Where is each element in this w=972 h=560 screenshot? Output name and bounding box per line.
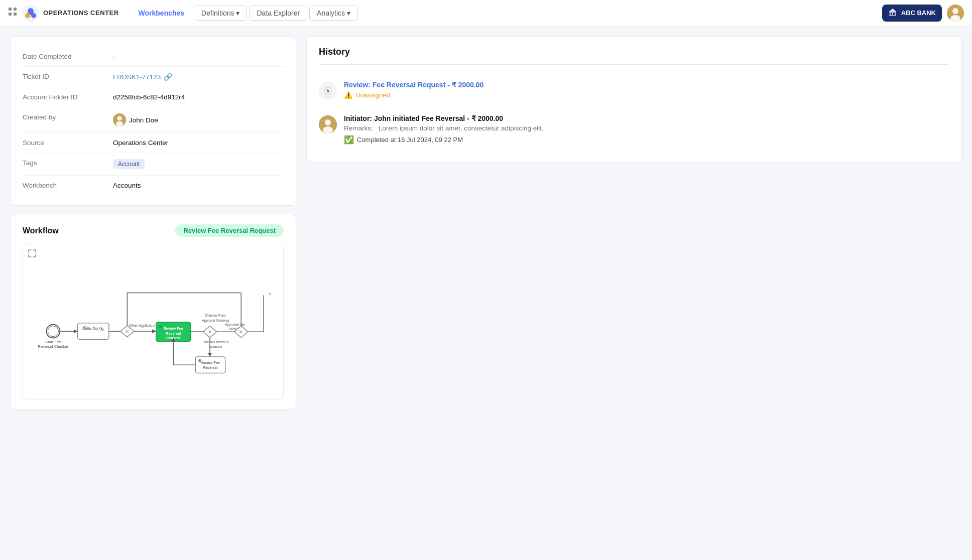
svg-point-19: [116, 121, 123, 126]
history-item-1-status: ⚠️ Unassigned: [344, 91, 949, 99]
label-tags: Tags: [23, 159, 113, 167]
svg-point-18: [117, 116, 122, 121]
left-panel: Date Completed - Ticket ID FRDSK1-77123 …: [10, 36, 296, 550]
svg-rect-9: [890, 13, 891, 15]
workflow-header: Workflow Review Fee Reversal Request: [23, 224, 284, 237]
svg-point-15: [952, 8, 958, 14]
svg-rect-2: [9, 13, 12, 16]
right-panel: History Review: Fee Reversal Request - ₹…: [306, 36, 962, 550]
workflow-title: Workflow: [23, 226, 59, 235]
svg-text:assessor: assessor: [209, 345, 223, 348]
svg-marker-25: [74, 329, 78, 333]
svg-text:⚙: ⚙: [83, 325, 87, 330]
info-row-tags: Tags Account: [23, 153, 284, 176]
info-card: Date Completed - Ticket ID FRDSK1-77123 …: [10, 36, 296, 206]
label-source: Source: [23, 139, 113, 147]
info-row-date-completed: Date Completed -: [23, 47, 284, 67]
svg-point-71: [327, 90, 329, 92]
value-date-completed: -: [113, 53, 115, 60]
label-date-completed: Date Completed: [23, 53, 113, 60]
remarks-text: Lorem ipsum dolor sit amet, consectetur …: [379, 124, 544, 132]
svg-point-74: [323, 126, 333, 133]
info-row-workbench: Workbench Accounts: [23, 176, 284, 195]
history-item-1-link[interactable]: Review: Fee Reversal Request - ₹ 2000.00: [344, 81, 483, 89]
workflow-badge: Review Fee Reversal Request: [175, 224, 284, 237]
bank-badge[interactable]: ABC BANK: [882, 5, 942, 22]
app-logo[interactable]: OPERATIONS CENTER: [22, 5, 119, 22]
nav-analytics[interactable]: Analytics ▾: [309, 6, 358, 21]
svg-rect-0: [9, 8, 12, 11]
svg-text:Reversal Checker: Reversal Checker: [38, 344, 68, 349]
svg-point-7: [31, 13, 36, 18]
svg-point-6: [25, 13, 30, 18]
svg-point-21: [48, 326, 58, 337]
svg-text:Checker return to: Checker return to: [203, 340, 229, 344]
svg-rect-3: [14, 13, 17, 16]
label-created-by: Created by: [23, 113, 113, 121]
nav-data-explorer[interactable]: Data Explorer: [249, 6, 307, 21]
history-item-2-remarks: Remarks: Lorem ipsum dolor sit amet, con…: [344, 124, 949, 132]
svg-marker-59: [208, 353, 212, 357]
label-ticket-id: Ticket ID: [23, 73, 113, 80]
svg-text:Start Fee: Start Fee: [45, 340, 61, 344]
nav-right: ABC BANK: [882, 5, 964, 22]
info-row-ticket-id: Ticket ID FRDSK1-77123 🔗: [23, 67, 284, 87]
svg-rect-1: [14, 8, 17, 11]
bank-name: ABC BANK: [901, 9, 936, 17]
nav-links: Workbenches Definitions ▾ Data Explorer …: [131, 6, 882, 21]
info-row-created-by: Created by John Doe: [23, 107, 284, 133]
svg-text:Approved fee: Approved fee: [225, 323, 245, 327]
history-item-2-title: Initiator: John initiated Fee Reversal -…: [344, 114, 949, 122]
expand-button[interactable]: [27, 248, 37, 258]
warning-icon: ⚠️: [344, 91, 352, 99]
workflow-diagram: Start Fee Reversal Checker Delta Config …: [23, 244, 284, 399]
label-account-holder: Account Holder ID: [23, 93, 113, 101]
history-item-2-completed: ✅ Completed at 16 Jul 2024, 09:22 PM: [344, 135, 949, 145]
label-workbench: Workbench: [23, 182, 113, 189]
nav-workbenches[interactable]: Workbenches: [131, 6, 192, 21]
link-icon[interactable]: 🔗: [164, 73, 172, 81]
chevron-down-icon: ▾: [236, 9, 239, 17]
svg-marker-35: [152, 329, 156, 333]
history-item-1-body: Review: Fee Reversal Request - ₹ 2000.00…: [344, 81, 949, 100]
person-history-icon: [319, 115, 337, 133]
value-tags: Account: [113, 159, 145, 169]
workflow-card: Workflow Review Fee Reversal Request Sta…: [10, 214, 296, 410]
svg-rect-26: [78, 323, 109, 340]
user-avatar[interactable]: [947, 5, 964, 22]
nav-definitions[interactable]: Definitions ▾: [194, 6, 247, 21]
svg-text:Assess Fee: Assess Fee: [201, 361, 219, 365]
info-row-account-holder: Account Holder ID d2258fcb-6c82-4d912r4: [23, 87, 284, 107]
svg-point-20: [46, 325, 60, 338]
tag-badge-account[interactable]: Account: [113, 159, 145, 169]
check-icon: ✅: [344, 135, 354, 145]
value-workbench: Accounts: [113, 182, 141, 189]
svg-text:N: N: [269, 292, 272, 296]
gear-history-icon: [319, 82, 337, 100]
main-content: Date Completed - Ticket ID FRDSK1-77123 …: [0, 26, 972, 560]
history-card: History Review: Fee Reversal Request - ₹…: [306, 36, 962, 162]
svg-text:Checker Form: Checker Form: [205, 314, 226, 317]
history-item-1: Review: Fee Reversal Request - ₹ 2000.00…: [319, 74, 949, 107]
creator-avatar: [113, 113, 126, 126]
bank-icon: [888, 8, 897, 19]
history-title: History: [319, 47, 949, 65]
info-row-source: Source Operations Center: [23, 133, 284, 153]
app-name: OPERATIONS CENTER: [43, 9, 119, 17]
svg-text:Reversal: Reversal: [166, 332, 181, 336]
value-created-by: John Doe: [113, 113, 158, 126]
svg-rect-8: [889, 12, 896, 13]
svg-text:✕: ✕: [208, 329, 212, 335]
remarks-label: Remarks:: [344, 124, 373, 132]
svg-text:✕: ✕: [239, 329, 243, 335]
svg-text:Review Fee: Review Fee: [164, 327, 183, 331]
svg-point-73: [325, 119, 331, 125]
grid-icon[interactable]: [8, 7, 17, 19]
svg-rect-10: [892, 13, 893, 15]
top-navigation: OPERATIONS CENTER Workbenches Definition…: [0, 0, 972, 26]
svg-rect-11: [895, 13, 896, 15]
history-item-2-body: Initiator: John initiated Fee Reversal -…: [344, 114, 949, 145]
value-account-holder: d2258fcb-6c82-4d912r4: [113, 93, 185, 101]
svg-text:✕: ✕: [125, 329, 129, 334]
svg-marker-12: [889, 9, 896, 12]
